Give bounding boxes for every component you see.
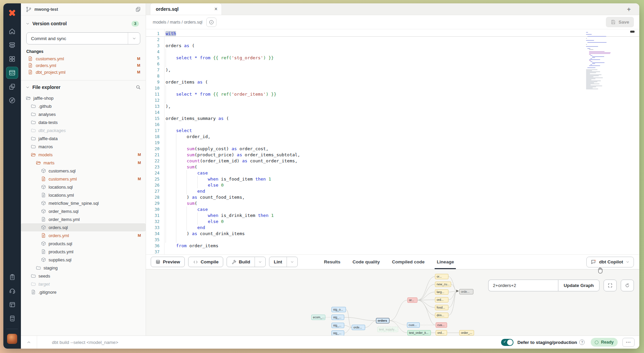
code-line-24[interactable]: 24 case — [146, 170, 639, 176]
preview-button[interactable]: Preview — [151, 257, 185, 267]
lineage-node-test_order_it[interactable]: test_order_it... — [407, 330, 431, 335]
tree-item-.github[interactable]: .github — [21, 102, 146, 110]
lineage-node-stg_o[interactable]: stg_o... — [331, 307, 346, 312]
lint-options-caret[interactable] — [287, 257, 297, 267]
code-line-27[interactable]: 27 end — [146, 188, 639, 194]
nav-discover-icon[interactable] — [6, 94, 18, 106]
nav-tasks-icon[interactable] — [6, 271, 18, 283]
lineage-node-orde[interactable]: orde... — [459, 289, 473, 294]
nav-develop-icon[interactable]: </> — [6, 67, 18, 79]
code-line-23[interactable]: 23 sum( — [146, 164, 639, 170]
fullscreen-button[interactable] — [604, 280, 617, 291]
tree-item-locations.yml[interactable]: locations.yml — [21, 191, 146, 199]
build-options-caret[interactable] — [255, 257, 265, 267]
tree-item-staging[interactable]: staging — [21, 264, 146, 272]
tree-item-customers.yml[interactable]: customers.ymlM — [21, 175, 146, 183]
new-tab-button[interactable]: + — [624, 5, 633, 14]
update-graph-button[interactable]: Update Graph — [558, 280, 599, 291]
tree-item-supplies.sql[interactable]: supplies.sql — [21, 256, 146, 264]
code-line-15[interactable]: 15order_items_summary as ( — [146, 116, 639, 122]
tree-item-products.yml[interactable]: products.yml — [21, 248, 146, 256]
code-line-30[interactable]: 30 case — [146, 206, 639, 213]
lineage-node-stg_[interactable]: stg_... — [331, 315, 344, 320]
code-line-8[interactable]: 8 — [146, 73, 639, 79]
lineage-node-drin[interactable]: drin... — [435, 313, 448, 318]
tree-item-macros[interactable]: macros — [21, 142, 146, 151]
code-line-25[interactable]: 25 when is_food_item then 1 — [146, 176, 639, 182]
search-icon[interactable] — [136, 85, 141, 90]
version-control-header[interactable]: Version control 3 — [21, 18, 146, 29]
code-line-35[interactable]: 35 — [146, 237, 639, 243]
tree-item-data-tests[interactable]: data-tests — [21, 118, 146, 126]
tree-item-orders.sql[interactable]: orders.sql — [21, 223, 146, 231]
code-line-37[interactable]: 37 — [146, 249, 639, 254]
compile-button[interactable]: Compile — [188, 257, 223, 267]
code-line-22[interactable]: 22 count(order_item_id) as count_order_i… — [146, 158, 639, 164]
commit-and-sync-button[interactable]: Commit and sync — [26, 32, 140, 44]
lineage-node-orde[interactable]: orde... — [352, 325, 365, 330]
dbt-copilot-button[interactable]: dbt Copilot — [586, 257, 634, 267]
close-tab-icon[interactable]: × — [214, 6, 217, 12]
code-line-12[interactable]: 12 — [146, 97, 639, 103]
tree-item-models[interactable]: modelsM — [21, 151, 146, 159]
code-line-9[interactable]: 9order_items as ( — [146, 79, 639, 85]
lint-button[interactable]: Lint — [269, 257, 298, 267]
lineage-node-test_supply[interactable]: test_supply... — [377, 327, 398, 332]
code-line-26[interactable]: 26 else 0 — [146, 182, 639, 188]
lineage-node-ord[interactable]: ord... — [435, 297, 448, 302]
defer-toggle[interactable]: ✓ — [501, 339, 514, 346]
lineage-node-new_cu[interactable]: new_cu... — [435, 282, 451, 287]
nav-deploy-icon[interactable] — [6, 39, 18, 51]
lineage-node-cus[interactable]: cus... — [436, 322, 447, 328]
lineage-node-stg_[interactable]: stg_... — [331, 330, 344, 336]
panel-tab-compiled-code[interactable]: Compiled code — [392, 255, 425, 269]
panel-tab-results[interactable]: Results — [324, 255, 341, 269]
code-line-29[interactable]: 29 sum( — [146, 200, 639, 206]
changed-file-dbt_project.yml[interactable]: dbt_project.ymlM — [21, 69, 146, 75]
lineage-node-cust[interactable]: cust... — [407, 322, 420, 328]
code-line-14[interactable]: 14 — [146, 109, 639, 116]
code-line-32[interactable]: 32 else 0 — [146, 219, 639, 225]
code-line-6[interactable]: 6 — [146, 61, 639, 67]
command-input[interactable]: dbt build --select <model_name> — [37, 340, 501, 345]
code-line-13[interactable]: 13), — [146, 103, 639, 109]
save-button[interactable]: Save — [606, 17, 634, 27]
tree-item-locations.sql[interactable]: locations.sql — [21, 183, 146, 191]
open-lineage-button[interactable] — [206, 18, 216, 27]
tree-item-seeds[interactable]: seeds — [21, 272, 146, 280]
changed-file-customers.yml[interactable]: customers.ymlM — [21, 55, 146, 62]
lineage-node-larg[interactable]: larg... — [435, 289, 448, 295]
nav-explore-icon[interactable] — [6, 53, 18, 65]
lineage-node-or[interactable]: or... — [407, 297, 417, 303]
code-line-31[interactable]: 31 when is_drink_item then 1 — [146, 213, 639, 219]
nav-support-icon[interactable] — [6, 285, 18, 297]
user-avatar[interactable] — [7, 334, 17, 344]
code-line-28[interactable]: 28 ) as count_food_items, — [146, 194, 639, 200]
tree-item-customers.sql[interactable]: customers.sql — [21, 167, 146, 175]
lineage-selector-input[interactable]: 2+orders+2 — [488, 280, 558, 291]
lineage-node-food[interactable]: food... — [435, 305, 448, 310]
dbt-logo-icon[interactable] — [7, 8, 17, 18]
code-line-33[interactable]: 33 end — [146, 225, 639, 231]
tree-item-dbt_packages[interactable]: dbt_packages — [21, 126, 146, 134]
tree-item-jaffle-shop[interactable]: jaffle-shop — [21, 94, 146, 102]
lineage-node-or[interactable]: or... — [435, 274, 448, 279]
refresh-button[interactable] — [621, 280, 634, 291]
tree-item-marts[interactable]: martsM — [21, 159, 146, 167]
nav-orchestrate-icon[interactable] — [6, 81, 18, 93]
code-line-20[interactable]: 20 sum(supply_cost) as order_cost, — [146, 146, 639, 152]
more-options-button[interactable]: ··· — [622, 338, 635, 347]
lineage-node-stg_[interactable]: stg_... — [331, 323, 344, 328]
tree-item-analyses[interactable]: analyses — [21, 110, 146, 118]
code-line-1[interactable]: 1with — [146, 31, 639, 37]
code-line-19[interactable]: 19 — [146, 140, 639, 146]
tree-item-metricflow_time_spine.sql[interactable]: metricflow_time_spine.sql — [21, 199, 146, 207]
tree-item-order_items.yml[interactable]: order_items.yml — [21, 215, 146, 223]
code-line-16[interactable]: 16 — [146, 122, 639, 128]
code-line-34[interactable]: 34 ) as count_drink_items — [146, 231, 639, 237]
code-line-2[interactable]: 2 — [146, 37, 639, 43]
nav-home-icon[interactable] — [6, 25, 18, 37]
code-line-21[interactable]: 21 sum(product_price) as order_items_sub… — [146, 152, 639, 158]
copy-icon[interactable] — [135, 6, 141, 12]
tab-orders-sql[interactable]: orders.sql × — [150, 3, 222, 15]
